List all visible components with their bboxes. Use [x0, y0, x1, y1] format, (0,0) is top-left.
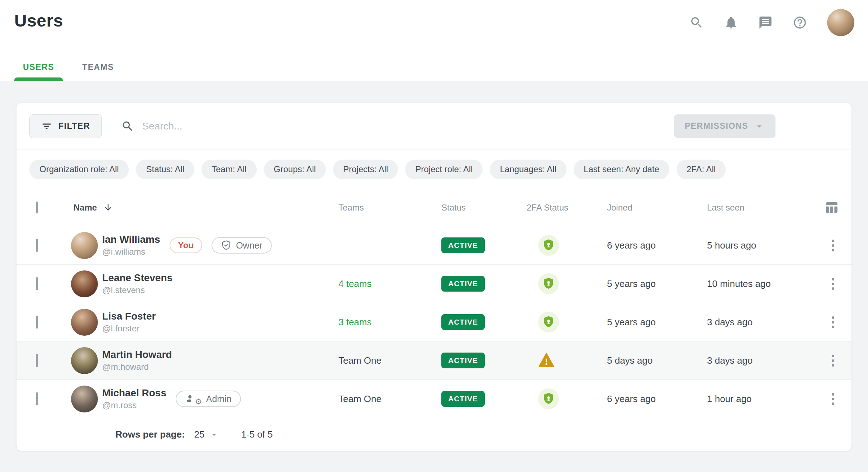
- table-header-row: Name Teams Status 2FA Status Joined Last…: [16, 189, 852, 226]
- users-card: FILTER PERMISSIONS: [16, 103, 852, 451]
- last-seen-cell: 3 days ago: [707, 317, 797, 328]
- app-header: Users USERS TEAMS: [0, 0, 868, 81]
- rows-per-page-label: Rows per page:: [115, 429, 185, 440]
- 2fa-enabled-shield-icon: [538, 388, 559, 409]
- admin-badge-label: Admin: [206, 394, 232, 404]
- last-seen-cell: 10 minutes ago: [707, 278, 797, 289]
- row-checkbox[interactable]: [36, 316, 38, 329]
- user-handle: @m.howard: [102, 362, 172, 372]
- avatar: [71, 232, 98, 259]
- table-row: Ian Williams @i.williams You Owner ACTIV…: [16, 226, 852, 264]
- toolbar: FILTER PERMISSIONS: [16, 103, 852, 150]
- status-badge: ACTIVE: [441, 276, 485, 292]
- column-header-name[interactable]: Name: [73, 203, 97, 213]
- column-header-last-seen[interactable]: Last seen: [707, 203, 797, 213]
- admin-badge: ⚙ Admin: [176, 391, 241, 407]
- tab-teams[interactable]: TEAMS: [73, 62, 123, 81]
- you-badge: You: [170, 237, 203, 253]
- search-input-icon: [121, 120, 134, 133]
- user-name[interactable]: Lisa Foster: [102, 311, 156, 322]
- column-header-joined[interactable]: Joined: [607, 203, 707, 213]
- permissions-button-label: PERMISSIONS: [685, 121, 748, 131]
- page-title: Users: [14, 11, 63, 30]
- user-name[interactable]: Michael Ross: [102, 387, 166, 399]
- filter-button-label: FILTER: [58, 121, 90, 131]
- tab-users[interactable]: USERS: [14, 62, 63, 81]
- avatar: [71, 309, 98, 336]
- avatar: [71, 347, 98, 374]
- notifications-bell-icon[interactable]: [724, 15, 738, 30]
- user-avatar[interactable]: [827, 9, 854, 36]
- 2fa-warning-icon: [538, 352, 607, 369]
- table-row: Michael Ross @m.ross ⚙ Admin Team One AC…: [16, 379, 852, 418]
- rows-per-page-select[interactable]: 25: [194, 429, 219, 440]
- chip-groups[interactable]: Groups: All: [264, 160, 326, 179]
- teams-link[interactable]: 3 teams: [338, 317, 372, 327]
- chip-projects[interactable]: Projects: All: [333, 160, 398, 179]
- chip-2fa[interactable]: 2FA: All: [677, 160, 726, 179]
- chip-status[interactable]: Status: All: [136, 160, 194, 179]
- chip-team[interactable]: Team: All: [201, 160, 256, 179]
- 2fa-enabled-shield-icon: [538, 235, 559, 256]
- teams-cell: Team One: [338, 393, 381, 404]
- chip-last-seen[interactable]: Last seen: Any date: [574, 160, 669, 179]
- table-row: Lisa Foster @l.forster 3 teams ACTIVE 5 …: [16, 303, 852, 341]
- joined-cell: 5 days ago: [607, 355, 707, 366]
- user-handle: @i.williams: [102, 247, 160, 257]
- row-actions-kebab-icon[interactable]: [829, 352, 837, 369]
- column-header-status[interactable]: Status: [441, 203, 527, 213]
- joined-cell: 5 years ago: [607, 278, 707, 289]
- filter-icon: [41, 121, 52, 132]
- chip-project-role[interactable]: Project role: All: [405, 160, 483, 179]
- column-header-teams[interactable]: Teams: [338, 203, 441, 213]
- joined-cell: 6 years ago: [607, 240, 707, 251]
- column-header-2fa[interactable]: 2FA Status: [527, 203, 607, 213]
- row-checkbox[interactable]: [36, 392, 38, 405]
- search-icon[interactable]: [689, 15, 704, 30]
- status-badge: ACTIVE: [441, 314, 485, 330]
- user-name[interactable]: Ian Williams: [102, 234, 160, 245]
- search-box: [121, 120, 674, 133]
- pagination-range: 1-5 of 5: [241, 429, 273, 440]
- joined-cell: 5 years ago: [607, 317, 707, 328]
- owner-badge: Owner: [212, 237, 272, 254]
- pagination-bar: Rows per page: 25 1-5 of 5: [16, 418, 852, 451]
- filter-button[interactable]: FILTER: [29, 114, 102, 138]
- row-checkbox[interactable]: [36, 239, 38, 252]
- chevron-down-icon: [209, 430, 219, 440]
- chip-languages[interactable]: Languages: All: [490, 160, 566, 179]
- status-badge: ACTIVE: [441, 391, 485, 407]
- row-checkbox[interactable]: [36, 277, 38, 290]
- status-badge: ACTIVE: [441, 237, 485, 253]
- user-name[interactable]: Martin Howard: [102, 349, 172, 360]
- avatar: [71, 386, 98, 412]
- user-name[interactable]: Leane Stevens: [102, 272, 172, 284]
- permissions-dropdown-button[interactable]: PERMISSIONS: [674, 114, 775, 138]
- chip-organization-role[interactable]: Organization role: All: [29, 160, 129, 179]
- last-seen-cell: 5 hours ago: [707, 240, 797, 251]
- select-all-checkbox[interactable]: [36, 202, 38, 213]
- 2fa-enabled-shield-icon: [538, 312, 559, 332]
- status-badge: ACTIVE: [441, 353, 485, 368]
- chat-messages-icon[interactable]: [758, 15, 773, 30]
- header-actions: [689, 9, 854, 37]
- teams-link[interactable]: 4 teams: [338, 278, 372, 289]
- user-handle: @l.forster: [102, 324, 156, 334]
- help-icon[interactable]: [793, 15, 807, 30]
- column-settings-icon[interactable]: [824, 200, 839, 215]
- person-icon: [185, 393, 196, 404]
- row-checkbox[interactable]: [36, 354, 38, 367]
- 2fa-enabled-shield-icon: [538, 273, 559, 294]
- joined-cell: 6 years ago: [607, 393, 707, 405]
- chevron-down-icon: [754, 121, 765, 132]
- row-actions-kebab-icon[interactable]: [829, 313, 837, 331]
- row-actions-kebab-icon[interactable]: [829, 237, 837, 254]
- rows-per-page-value: 25: [194, 429, 205, 440]
- user-handle: @l.stevens: [102, 285, 172, 295]
- owner-badge-label: Owner: [236, 240, 262, 251]
- sort-descending-icon[interactable]: [103, 203, 113, 212]
- search-input[interactable]: [142, 121, 674, 132]
- teams-cell: Team One: [338, 355, 381, 366]
- row-actions-kebab-icon[interactable]: [829, 275, 837, 293]
- row-actions-kebab-icon[interactable]: [829, 390, 837, 408]
